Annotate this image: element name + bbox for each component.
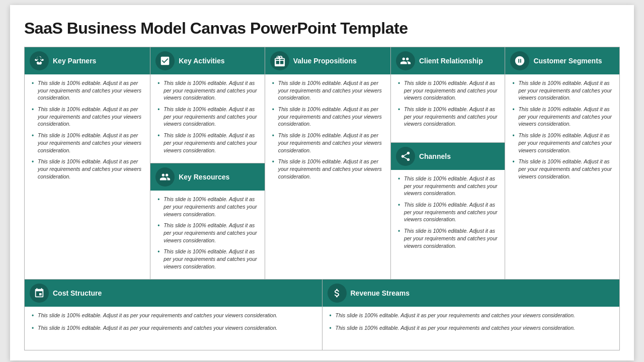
- channels-header: Channels: [391, 143, 505, 170]
- list-item: This slide is 100% editable. Adjust it a…: [271, 79, 384, 102]
- cost-structure-body: This slide is 100% editable. Adjust it a…: [25, 307, 322, 350]
- value-propositions-title: Value Propositions: [293, 57, 357, 65]
- activities-resources-column: Key Activities This slide is 100% editab…: [150, 47, 265, 279]
- customer-segments-header: Customer Segments: [505, 47, 619, 74]
- value-propositions-header: Value Propositions: [265, 47, 390, 74]
- revenue-streams-header: Revenue Streams: [323, 280, 620, 307]
- value-propositions-cell: Value Propositions This slide is 100% ed…: [265, 47, 391, 279]
- key-resources-icon: [155, 167, 175, 187]
- cost-structure-cell: Cost Structure This slide is 100% editab…: [25, 280, 323, 350]
- revenue-streams-list: This slide is 100% editable. Adjust it a…: [329, 312, 614, 331]
- list-item: This slide is 100% editable. Adjust it a…: [156, 79, 259, 102]
- list-item: This slide is 100% editable. Adjust it a…: [156, 132, 259, 154]
- value-propositions-icon: [270, 51, 289, 70]
- revenue-streams-icon: [328, 284, 347, 303]
- list-item: This slide is 100% editable. Adjust it a…: [31, 324, 316, 332]
- top-row: Key Partners This slide is 100% editable…: [25, 47, 619, 280]
- list-item: This slide is 100% editable. Adjust it a…: [31, 79, 144, 102]
- revenue-streams-body: This slide is 100% editable. Adjust it a…: [323, 307, 620, 350]
- list-item: This slide is 100% editable. Adjust it a…: [271, 158, 384, 180]
- channels-list: This slide is 100% editable. Adjust it a…: [397, 175, 499, 249]
- client-relationship-title: Client Relationship: [419, 57, 483, 65]
- list-item: This slide is 100% editable. Adjust it a…: [329, 312, 614, 319]
- list-item: This slide is 100% editable. Adjust it a…: [271, 106, 384, 128]
- revenue-streams-title: Revenue Streams: [351, 289, 410, 298]
- checklist-icon: [159, 55, 171, 66]
- client-relationship-list: This slide is 100% editable. Adjust it a…: [397, 79, 499, 128]
- list-item: This slide is 100% editable. Adjust it a…: [156, 248, 259, 270]
- key-activities-header: Key Activities: [150, 47, 265, 74]
- customer-segments-icon: [510, 51, 529, 70]
- client-relationship-body: This slide is 100% editable. Adjust it a…: [391, 74, 505, 142]
- bottom-row: Cost Structure This slide is 100% editab…: [25, 280, 619, 350]
- slide-title: SaaS Business Model Canvas PowerPoint Te…: [24, 19, 620, 38]
- people-icon: [400, 55, 411, 66]
- key-partners-body: This slide is 100% editable. Adjust it a…: [25, 74, 150, 279]
- key-activities-cell: Key Activities This slide is 100% editab…: [150, 47, 265, 163]
- channels-title: Channels: [419, 152, 451, 161]
- key-activities-list: This slide is 100% editable. Adjust it a…: [156, 79, 259, 154]
- handshake-icon: [34, 55, 45, 66]
- key-resources-list: This slide is 100% editable. Adjust it a…: [156, 196, 259, 270]
- client-relationship-icon: [396, 51, 415, 70]
- key-resources-title: Key Resources: [179, 173, 229, 182]
- key-partners-icon: [30, 51, 49, 70]
- list-item: This slide is 100% editable. Adjust it a…: [397, 175, 499, 197]
- list-item: This slide is 100% editable. Adjust it a…: [156, 106, 259, 128]
- relationship-channels-column: Client Relationship This slide is 100% e…: [391, 47, 506, 279]
- client-relationship-cell: Client Relationship This slide is 100% e…: [391, 47, 505, 143]
- list-item: This slide is 100% editable. Adjust it a…: [31, 312, 316, 319]
- key-resources-header: Key Resources: [150, 163, 265, 191]
- list-item: This slide is 100% editable. Adjust it a…: [511, 132, 613, 154]
- gift-icon: [274, 55, 285, 66]
- canvas-grid: Key Partners This slide is 100% editable…: [24, 47, 620, 350]
- channels-body: This slide is 100% editable. Adjust it a…: [391, 170, 505, 279]
- list-item: This slide is 100% editable. Adjust it a…: [511, 158, 613, 180]
- revenue-streams-cell: Revenue Streams This slide is 100% edita…: [323, 280, 620, 350]
- list-item: This slide is 100% editable. Adjust it a…: [397, 79, 499, 102]
- cost-structure-icon: [30, 284, 49, 303]
- key-resources-cell: Key Resources This slide is 100% editabl…: [150, 163, 265, 279]
- list-item: This slide is 100% editable. Adjust it a…: [397, 227, 499, 249]
- key-partners-list: This slide is 100% editable. Adjust it a…: [31, 79, 144, 180]
- value-propositions-body: This slide is 100% editable. Adjust it a…: [265, 74, 390, 279]
- key-partners-header: Key Partners: [25, 47, 150, 74]
- key-activities-title: Key Activities: [179, 57, 224, 65]
- list-item: This slide is 100% editable. Adjust it a…: [31, 106, 144, 128]
- money-icon: [332, 288, 343, 299]
- customer-segments-list: This slide is 100% editable. Adjust it a…: [511, 79, 613, 180]
- cost-structure-list: This slide is 100% editable. Adjust it a…: [31, 312, 316, 331]
- key-activities-body: This slide is 100% editable. Adjust it a…: [150, 74, 265, 163]
- cost-structure-header: Cost Structure: [25, 280, 322, 307]
- slide: SaaS Business Model Canvas PowerPoint Te…: [10, 5, 634, 360]
- list-item: This slide is 100% editable. Adjust it a…: [156, 196, 259, 218]
- channels-icon: [396, 147, 415, 166]
- key-partners-title: Key Partners: [53, 57, 96, 65]
- share-icon: [400, 151, 411, 162]
- channels-cell: Channels This slide is 100% editable. Ad…: [391, 143, 505, 279]
- list-item: This slide is 100% editable. Adjust it a…: [156, 222, 259, 244]
- customer-segments-cell: Customer Segments This slide is 100% edi…: [505, 47, 619, 279]
- list-item: This slide is 100% editable. Adjust it a…: [511, 106, 613, 128]
- list-item: This slide is 100% editable. Adjust it a…: [31, 132, 144, 154]
- list-item: This slide is 100% editable. Adjust it a…: [31, 158, 144, 180]
- list-item: This slide is 100% editable. Adjust it a…: [511, 79, 613, 102]
- customer-segments-body: This slide is 100% editable. Adjust it a…: [505, 74, 619, 279]
- client-relationship-header: Client Relationship: [391, 47, 505, 74]
- org-icon: [34, 288, 45, 299]
- cost-structure-title: Cost Structure: [53, 289, 102, 298]
- customer-segments-title: Customer Segments: [533, 57, 602, 65]
- value-propositions-list: This slide is 100% editable. Adjust it a…: [271, 79, 384, 180]
- segment-icon: [514, 55, 525, 66]
- list-item: This slide is 100% editable. Adjust it a…: [329, 324, 614, 332]
- key-resources-body: This slide is 100% editable. Adjust it a…: [150, 191, 265, 279]
- list-item: This slide is 100% editable. Adjust it a…: [397, 106, 499, 128]
- list-item: This slide is 100% editable. Adjust it a…: [271, 132, 384, 154]
- resources-icon: [159, 171, 171, 183]
- list-item: This slide is 100% editable. Adjust it a…: [397, 201, 499, 223]
- key-partners-cell: Key Partners This slide is 100% editable…: [25, 47, 150, 279]
- key-activities-icon: [155, 51, 175, 70]
